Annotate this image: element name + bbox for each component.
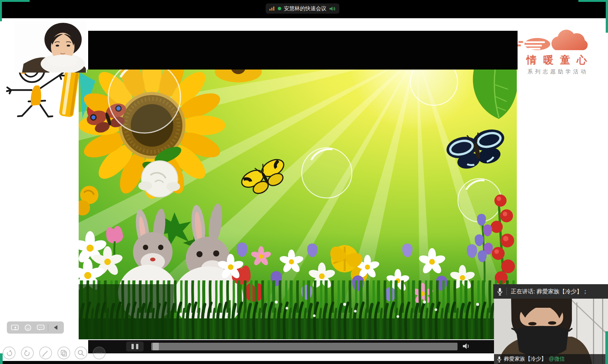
event-logo: 情暖童心 系列志愿助学活动 bbox=[518, 28, 596, 77]
logo-subtitle: 系列志愿助学活动 bbox=[518, 68, 596, 75]
microphone-icon bbox=[497, 288, 503, 296]
self-view-person bbox=[14, 21, 87, 73]
screen-share-border bbox=[0, 0, 2, 21]
redo-icon[interactable] bbox=[21, 347, 34, 359]
pencil-icon[interactable] bbox=[39, 347, 52, 359]
active-speaker-banner: 正在讲话: 葬愛家族【冷少】； bbox=[493, 284, 608, 299]
toolbar-divider bbox=[48, 324, 48, 331]
volume-button[interactable] bbox=[460, 342, 471, 351]
signal-bars-icon bbox=[269, 6, 275, 11]
blacked-out-banner bbox=[88, 31, 518, 70]
copy-icon[interactable] bbox=[57, 347, 70, 359]
more-icon[interactable] bbox=[93, 347, 106, 359]
banner-divider bbox=[507, 288, 507, 295]
screen-share-border bbox=[606, 0, 608, 33]
self-view-video[interactable] bbox=[14, 21, 87, 73]
screen-share-border bbox=[578, 0, 608, 2]
meeting-title: 安慧林的快速会议 bbox=[284, 5, 326, 12]
active-speaker-text: 正在讲话: 葬愛家族【冷少】； bbox=[511, 288, 588, 295]
logo-title: 情暖童心 bbox=[518, 53, 596, 67]
speaker-icon bbox=[462, 342, 471, 350]
seek-thumb[interactable] bbox=[153, 343, 159, 350]
speaker-icon bbox=[329, 6, 336, 11]
video-player-bar bbox=[88, 340, 518, 353]
pause-button[interactable] bbox=[126, 342, 144, 351]
annotation-toolbar bbox=[0, 347, 110, 362]
clouds-icon bbox=[518, 28, 596, 52]
search-icon[interactable] bbox=[74, 347, 87, 359]
screen-share-border bbox=[0, 0, 30, 2]
floating-toolbar bbox=[7, 321, 64, 334]
collapse-icon[interactable] bbox=[50, 322, 61, 333]
screen-share-border bbox=[605, 331, 608, 364]
slide-scene bbox=[79, 70, 517, 339]
undo-icon[interactable] bbox=[3, 347, 16, 359]
meeting-title-pill[interactable]: 安慧林的快速会议 bbox=[266, 3, 339, 14]
emoji-icon[interactable] bbox=[22, 322, 33, 333]
top-bar: 安慧林的快速会议 bbox=[0, 0, 608, 18]
meeting-window: 情暖童心 系列志愿助学活动 安慧林的快速会议 正在讲话: 葬愛家族【冷少】； bbox=[0, 0, 608, 364]
share-screen-icon[interactable] bbox=[9, 322, 21, 333]
screen-share-border bbox=[0, 353, 3, 364]
participant-video-tile[interactable]: 葬愛家族【冷少】 @微信 bbox=[494, 299, 608, 364]
participant-platform-tag: @微信 bbox=[549, 356, 565, 362]
seek-bar[interactable] bbox=[151, 343, 458, 350]
shared-screen-video bbox=[79, 70, 517, 339]
microphone-icon bbox=[497, 356, 502, 362]
chat-icon[interactable] bbox=[35, 322, 46, 333]
participant-name-bar: 葬愛家族【冷少】 @微信 bbox=[494, 354, 608, 364]
participant-name: 葬愛家族【冷少】 bbox=[504, 356, 546, 362]
pause-icon bbox=[131, 344, 134, 349]
status-dot-icon bbox=[278, 7, 281, 10]
